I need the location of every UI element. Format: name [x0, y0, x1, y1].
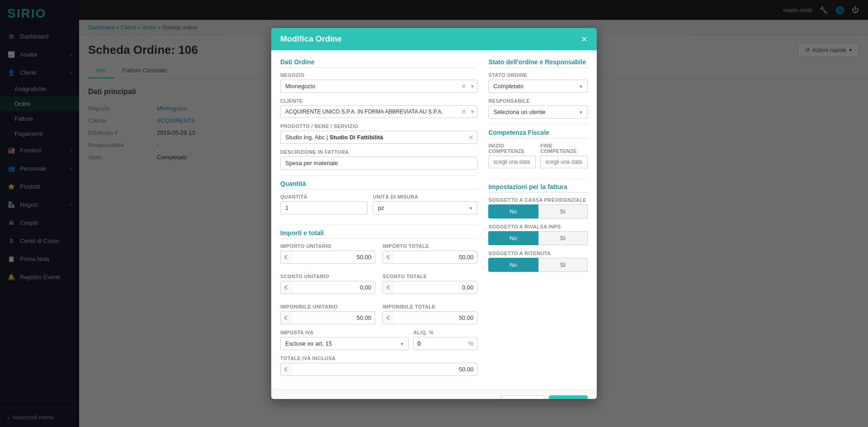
quantita-section-title: Quantità [280, 180, 477, 190]
form-group-unita: UNITÀ DI MISURA pz kg m h [373, 194, 478, 214]
modal-footer: ✕ Annulla ✓ Salva [271, 389, 597, 399]
totale-iva-label: TOTALE IVA INCLUSA [280, 356, 477, 361]
prodotto-prefix: Studio Ing. Abc | [285, 134, 330, 141]
euro-prefix-2: € [383, 251, 394, 263]
sconto-unitario-wrapper: € [280, 281, 375, 294]
unita-field-label: UNITÀ DI MISURA [373, 194, 478, 199]
euro-prefix-4: € [383, 281, 394, 294]
descrizione-input[interactable] [280, 157, 477, 170]
stato-ordine-select-wrapper: Completato In corso Annullato In attesa [488, 80, 588, 93]
negozio-expand-button[interactable]: ▼ [470, 84, 475, 89]
rivalsa-inps-no-button[interactable]: No [488, 231, 538, 245]
modal-overlay[interactable]: Modifica Ordine ✕ Dati Ordine NEGOZIO ✕ … [0, 0, 868, 427]
importi-section-title: Importi e totali [280, 229, 477, 239]
imponibile-totale-wrapper: € [382, 311, 477, 324]
aliquota-label: ALIQ. % [413, 330, 477, 335]
descrizione-field-label: DESCRIZIONE IN FATTURA [280, 149, 477, 155]
imponibile-totale-input[interactable] [394, 312, 477, 324]
quantita-field-label: QUANTITÀ [280, 194, 368, 199]
quantita-input[interactable] [280, 201, 368, 214]
modal-col-right: Stato dell'ordine e Responsabile STATO O… [488, 58, 588, 381]
aliquota-input[interactable] [414, 337, 465, 350]
stato-ordine-select[interactable]: Completato In corso Annullato In attesa [488, 80, 588, 93]
ritenuta-label: SOGGETTO A RITENUTA [488, 251, 588, 256]
aliquota-wrapper: % [413, 337, 477, 350]
form-group-imponibile-unitario: IMPONIBILE UNITARIO € [280, 304, 375, 324]
ritenuta-toggle: No Sì [488, 258, 588, 272]
negozio-input[interactable] [280, 80, 477, 93]
ritenuta-si-button[interactable]: Sì [538, 258, 588, 272]
annulla-button[interactable]: ✕ Annulla [501, 395, 544, 399]
prodotto-field-label: PRODOTTO / BENE / SERVIZIO [280, 123, 477, 129]
responsabile-select[interactable]: Seleziona un utente [488, 105, 588, 119]
modal-body: Dati Ordine NEGOZIO ✕ ▼ CLIENTE [271, 50, 597, 389]
form-group-sconto-totale: SCONTO TOTALE € [382, 274, 477, 294]
cliente-field-label: CLIENTE [280, 98, 477, 104]
form-group-quantita: QUANTITÀ [280, 194, 368, 214]
imponibile-unitario-label: IMPONIBILE UNITARIO [280, 304, 375, 309]
imponibile-unitario-wrapper: € [280, 311, 375, 324]
imposta-iva-select-wrapper: Escluse ex art. 15 22% 10% 4% [280, 337, 409, 350]
imponibile-totale-label: IMPONIBILE TOTALE [382, 304, 477, 309]
aliquota-suffix: % [465, 337, 477, 350]
importi-grid: IMPORTO UNITARIO € IMPORTO TOTALE € [280, 243, 477, 330]
competenza-dates-row: INIZIO COMPETENZE FINE COMPETENZE [488, 143, 588, 174]
qty-row: QUANTITÀ UNITÀ DI MISURA pz kg m [280, 194, 477, 220]
ritenuta-no-button[interactable]: No [488, 258, 538, 272]
cliente-clear-button[interactable]: ✕ [461, 109, 467, 115]
form-group-rivalsa-inps: SOGGETTO A RIVALSA INPS No Sì [488, 224, 588, 245]
cliente-expand-button[interactable]: ▼ [470, 109, 475, 114]
rivalsa-inps-si-button[interactable]: Sì [538, 231, 588, 245]
importo-unitario-wrapper: € [280, 251, 375, 264]
cliente-input-wrapper: ✕ ▼ [280, 105, 477, 118]
modal-header: Modifica Ordine ✕ [271, 28, 597, 50]
form-group-cliente: CLIENTE ✕ ▼ [280, 98, 477, 118]
salva-button[interactable]: ✓ Salva [549, 395, 588, 399]
competenza-fiscale-title: Competenza Fiscale [488, 129, 588, 138]
stato-ordine-title: Stato dell'ordine e Responsabile [488, 58, 588, 68]
euro-prefix: € [281, 251, 292, 263]
importo-totale-label: IMPORTO TOTALE [382, 243, 477, 249]
euro-prefix-7: € [281, 363, 292, 375]
totale-iva-wrapper: € [280, 363, 477, 376]
form-group-descrizione: DESCRIZIONE IN FATTURA [280, 149, 477, 170]
euro-prefix-5: € [281, 312, 292, 324]
negozio-input-wrapper: ✕ ▼ [280, 80, 477, 93]
modal-title: Modifica Ordine [280, 34, 342, 44]
inizio-competenze-input[interactable] [488, 156, 536, 168]
euro-prefix-3: € [281, 281, 292, 294]
totale-iva-input[interactable] [292, 363, 477, 375]
sconto-unitario-input[interactable] [292, 281, 375, 294]
prodotto-clear-button[interactable]: ✕ [468, 134, 474, 141]
cassa-previdenziale-no-button[interactable]: No [488, 204, 538, 218]
fine-competenze-input[interactable] [540, 156, 588, 168]
negozio-clear-button[interactable]: ✕ [461, 83, 467, 90]
modal-columns: Dati Ordine NEGOZIO ✕ ▼ CLIENTE [280, 58, 588, 381]
sconto-totale-wrapper: € [382, 281, 477, 294]
dati-ordine-title: Dati Ordine [280, 58, 477, 68]
form-group-cassa-previdenziale: SOGGETTO A CASSA PREVIDENZIALE No Sì [488, 197, 588, 218]
fine-competenze-label: FINE COMPETENZE [540, 143, 588, 154]
importo-totale-input[interactable] [394, 251, 477, 263]
prodotto-display: Studio Ing. Abc | Studio Di Fattibilità [280, 131, 477, 144]
cassa-previdenziale-label: SOGGETTO A CASSA PREVIDENZIALE [488, 197, 588, 203]
imposta-iva-label: IMPOSTA IVA [280, 330, 409, 335]
unita-row: pz kg m h [373, 201, 478, 214]
imponibile-unitario-input[interactable] [292, 312, 375, 324]
modal-close-button[interactable]: ✕ [581, 35, 588, 43]
responsabile-select-wrapper: Seleziona un utente [488, 105, 588, 119]
form-group-inizio-competenze: INIZIO COMPETENZE [488, 143, 536, 168]
unita-select[interactable]: pz kg m h [373, 201, 478, 214]
responsabile-field-label: RESPONSABILE [488, 98, 588, 104]
prodotto-bold: Studio Di Fattibilità [330, 134, 383, 141]
modal-modifica-ordine: Modifica Ordine ✕ Dati Ordine NEGOZIO ✕ … [271, 28, 597, 399]
cassa-previdenziale-si-button[interactable]: Sì [538, 204, 588, 218]
cliente-input[interactable] [280, 105, 477, 118]
sconto-totale-input[interactable] [394, 281, 477, 294]
importo-unitario-input[interactable] [292, 251, 375, 263]
stato-ordine-field-label: STATO ORDINE [488, 72, 588, 78]
iva-row: IMPOSTA IVA Escluse ex art. 15 22% 10% 4… [280, 330, 477, 356]
form-group-importo-unitario: IMPORTO UNITARIO € [280, 243, 375, 264]
form-group-ritenuta: SOGGETTO A RITENUTA No Sì [488, 251, 588, 272]
imposta-iva-select[interactable]: Escluse ex art. 15 22% 10% 4% [280, 337, 409, 350]
